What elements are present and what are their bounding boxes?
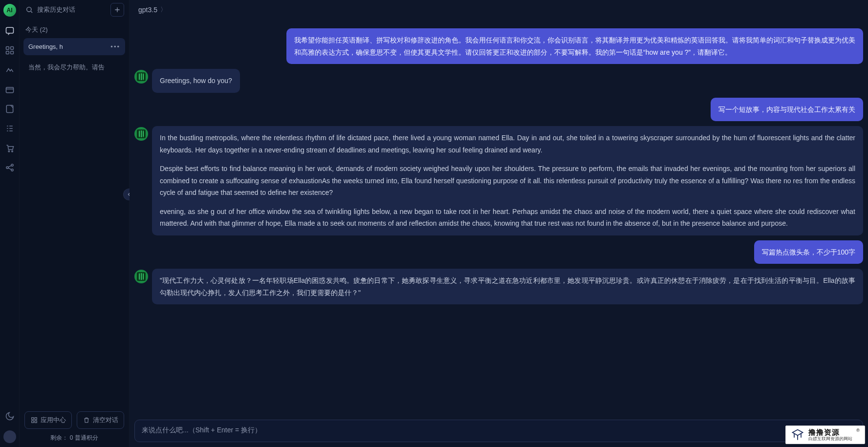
conversation-title: Greetings, h [28, 43, 63, 50]
apps-icon [31, 417, 38, 424]
message-bubble: "现代工作力大，心灵何处放？一名年轻职场Ella的困惑发共鸣。疲惫的日常下，她勇… [152, 269, 863, 304]
message-bubble: 我希望你能担任英语翻译、拼写校对和修辞改进的角色。我会用任何语言和你交流，你会识… [286, 28, 863, 64]
watermark-logo-icon [791, 428, 804, 442]
chat-icon[interactable] [4, 25, 15, 36]
watermark-title: 撸撸资源 [808, 428, 852, 436]
user-message: 我希望你能担任英语翻译、拼写校对和修辞改进的角色。我会用任何语言和你交流，你会识… [134, 28, 863, 64]
svg-rect-2 [10, 47, 13, 50]
trash-icon [83, 417, 90, 424]
box-icon[interactable] [4, 84, 15, 95]
message-bubble: 写一个短故事，内容与现代社会工作太累有关 [711, 98, 863, 122]
user-avatar[interactable] [3, 430, 16, 443]
credits-label: 剩余： 0 普通积分 [24, 434, 124, 442]
app-root: AI [0, 0, 868, 447]
conversation-more-icon[interactable]: ••• [110, 43, 120, 50]
ai-message: "现代工作力大，心灵何处放？一名年轻职场Ella的困惑发共鸣。疲惫的日常下，她勇… [134, 269, 863, 304]
svg-point-7 [8, 150, 9, 152]
moon-icon[interactable] [4, 411, 15, 422]
composer-placeholder: 来说点什么吧...（Shift + Enter = 换行） [142, 426, 261, 434]
conversation-item[interactable]: Greetings, h ••• [23, 38, 125, 55]
svg-rect-1 [6, 47, 9, 50]
plus-icon [113, 6, 121, 14]
user-message: 写篇热点微头条，不少于100字 [134, 240, 863, 264]
list-icon[interactable] [4, 123, 15, 134]
watermark-subtitle: 白嫖互联网资源的网站 [808, 436, 852, 441]
svg-point-8 [11, 150, 13, 152]
svg-rect-4 [10, 51, 13, 54]
main-panel: gpt3.5 〉 我希望你能担任英语翻译、拼写校对和修辞改进的角色。我会用任何语… [130, 0, 868, 447]
notes-icon[interactable] [4, 104, 15, 114]
share-icon[interactable] [4, 162, 15, 173]
svg-rect-0 [6, 27, 13, 33]
ai-avatar-icon [134, 270, 148, 283]
today-section-label: 今天 (2) [20, 20, 129, 38]
search-row: 搜索历史对话 [20, 0, 129, 20]
app-center-label: 应用中心 [41, 416, 66, 425]
apps-grid-icon[interactable] [4, 45, 15, 56]
icon-rail: AI [0, 0, 20, 447]
ai-avatar-icon [134, 70, 148, 84]
message-bubble: Greetings, how do you? [152, 69, 240, 93]
search-icon [25, 6, 33, 14]
message-paragraph: Despite best efforts to find balance mea… [160, 163, 855, 199]
image-gen-icon[interactable] [4, 64, 15, 75]
chat-header: gpt3.5 〉 [130, 0, 868, 20]
svg-rect-14 [35, 418, 37, 420]
chat-scroll-area[interactable]: 我希望你能担任英语翻译、拼写校对和修辞改进的角色。我会用任何语言和你交流，你会识… [130, 20, 868, 420]
sidebar-footer: 应用中心 清空对话 剩余： 0 普通积分 [20, 406, 129, 447]
cart-icon[interactable] [4, 143, 15, 153]
ai-message: In the bustling metropolis, where the re… [134, 126, 863, 235]
chevron-right-icon: 〉 [160, 5, 167, 14]
message-bubble: 写篇热点微头条，不少于100字 [754, 240, 863, 264]
svg-rect-3 [6, 51, 9, 54]
conversation-item[interactable]: 当然，我会尽力帮助。请告 [23, 58, 125, 77]
clear-chat-label: 清空对话 [93, 416, 118, 425]
message-paragraph: evening, as she g out of her office wind… [160, 206, 855, 230]
svg-rect-13 [31, 418, 33, 420]
search-placeholder: 搜索历史对话 [37, 5, 75, 14]
watermark-badge: 撸撸资源 白嫖互联网资源的网站 ® [785, 426, 865, 444]
user-message: 写一个短故事，内容与现代社会工作太累有关 [134, 98, 863, 122]
app-logo[interactable]: AI [3, 4, 16, 17]
message-paragraph: In the bustling metropolis, where the re… [160, 132, 855, 156]
clear-chat-button[interactable]: 清空对话 [77, 411, 124, 429]
watermark-registered: ® [856, 428, 860, 433]
svg-rect-16 [35, 421, 37, 423]
sidebar: 搜索历史对话 今天 (2) Greetings, h ••• 当然，我会尽力帮助… [20, 0, 130, 447]
svg-point-12 [27, 7, 31, 12]
new-chat-button[interactable] [110, 3, 124, 17]
message-bubble: In the bustling metropolis, where the re… [152, 126, 863, 235]
svg-rect-15 [31, 421, 33, 423]
conversation-title: 当然，我会尽力帮助。请告 [28, 63, 105, 72]
model-name[interactable]: gpt3.5 [138, 6, 157, 14]
ai-message: Greetings, how do you? [134, 69, 863, 93]
svg-rect-5 [6, 87, 13, 93]
app-center-button[interactable]: 应用中心 [24, 411, 72, 429]
ai-avatar-icon [134, 127, 148, 141]
search-input[interactable]: 搜索历史对话 [24, 3, 107, 16]
composer-input[interactable]: 来说点什么吧...（Shift + Enter = 换行） [134, 420, 863, 442]
